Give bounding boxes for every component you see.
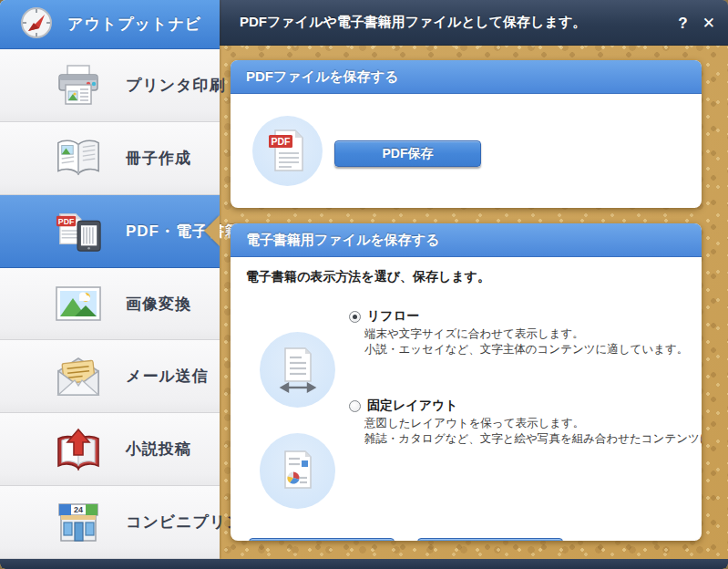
pdf-ebook-icon: PDF bbox=[55, 208, 102, 253]
sidebar-item-label: 小説投稿 bbox=[126, 439, 191, 460]
pdf-panel-header: PDFファイルを保存する bbox=[231, 60, 702, 94]
output-navi-window: PDFファイルや電子書籍用ファイルとして保存します。 ? ✕ アウトプットナビ bbox=[0, 0, 728, 569]
ebook-intro-text: 電子書籍の表示方法を選び、保存します。 bbox=[246, 269, 490, 285]
epub-save-button[interactable]: EPUB保存 bbox=[249, 538, 395, 541]
ebook-panel-title: 電子書籍用ファイルを保存する bbox=[246, 232, 439, 249]
svg-text:24: 24 bbox=[74, 505, 83, 514]
ebook-save-panel: 電子書籍用ファイルを保存する 電子書籍の表示方法を選び、保存します。 bbox=[231, 223, 702, 541]
reflow-label[interactable]: リフロー bbox=[367, 308, 419, 325]
app-title: アウトプットナビ bbox=[67, 14, 201, 35]
sidebar-item-printer[interactable]: プリンタ印刷 bbox=[0, 49, 220, 122]
pdf-document-icon: PDF bbox=[252, 116, 323, 186]
reflow-desc-line1: 端末や文字サイズに合わせて表示します。 bbox=[364, 326, 584, 342]
printer-icon bbox=[55, 62, 102, 108]
pdf-save-button[interactable]: PDF保存 bbox=[334, 140, 481, 167]
novel-upload-icon bbox=[55, 427, 102, 472]
svg-text:PDF: PDF bbox=[58, 217, 74, 226]
fixed-layout-desc-line1: 意図したレイアウトを保って表示します。 bbox=[364, 416, 584, 431]
sidebar-item-novel-upload[interactable]: 小説投稿 bbox=[0, 413, 220, 486]
radio-fixed-layout[interactable] bbox=[349, 400, 361, 412]
ebook-panel-header: 電子書籍用ファイルを保存する bbox=[231, 223, 702, 257]
sidebar-item-label: プリンタ印刷 bbox=[126, 75, 226, 96]
sidebar-item-image-convert[interactable]: 画像変換 bbox=[0, 268, 220, 341]
pdf-save-panel: PDFファイルを保存する PDF PDF保存 bbox=[231, 60, 702, 208]
sidebar-item-pdf-ebook[interactable]: PDF PDF・電子書籍 bbox=[0, 195, 220, 268]
sidebar-item-label: PDF・電子書籍 bbox=[126, 221, 241, 242]
close-button[interactable]: ✕ bbox=[702, 16, 715, 31]
sidebar-item-mail-send[interactable]: メール送信 bbox=[0, 340, 220, 413]
page-title: PDFファイルや電子書籍用ファイルとして保存します。 bbox=[220, 14, 586, 31]
svg-text:PDF: PDF bbox=[271, 136, 291, 147]
convenience-store-icon: 24 bbox=[55, 500, 102, 545]
help-button[interactable]: ? bbox=[678, 16, 687, 31]
reflow-desc-line2: 小説・エッセイなど、文字主体のコンテンツに適しています。 bbox=[364, 342, 688, 357]
mail-send-icon bbox=[55, 354, 102, 399]
compass-icon bbox=[20, 6, 53, 43]
sidebar: アウトプットナビ bbox=[0, 0, 220, 559]
content-header: PDFファイルや電子書籍用ファイルとして保存します。 ? ✕ bbox=[220, 0, 728, 46]
selected-item-notch bbox=[204, 215, 220, 246]
fixed-layout-label[interactable]: 固定レイアウト bbox=[367, 398, 458, 414]
image-convert-icon bbox=[55, 281, 102, 326]
kindle-mobi-save-button[interactable]: Kindle/mobi保存 bbox=[417, 538, 563, 541]
pdf-panel-title: PDFファイルを保存する bbox=[246, 68, 398, 86]
sidebar-item-booklet[interactable]: 冊子作成 bbox=[0, 122, 220, 195]
sidebar-item-label: 画像変換 bbox=[126, 294, 191, 315]
window-bottom-bar bbox=[0, 559, 728, 569]
radio-reflow[interactable] bbox=[349, 311, 361, 323]
fixed-layout-document-icon bbox=[260, 433, 335, 509]
sidebar-item-label: 冊子作成 bbox=[126, 148, 191, 169]
reflow-document-icon bbox=[260, 332, 335, 408]
booklet-icon bbox=[55, 135, 102, 181]
sidebar-item-label: メール送信 bbox=[126, 366, 209, 387]
sidebar-header: アウトプットナビ bbox=[0, 0, 220, 49]
sidebar-item-convenience-print[interactable]: 24 コンビニプリント bbox=[0, 486, 220, 559]
fixed-layout-desc-line2: 雑誌・カタログなど、文字と絵や写真を組み合わせたコンテンツに適しています。 bbox=[364, 431, 702, 447]
